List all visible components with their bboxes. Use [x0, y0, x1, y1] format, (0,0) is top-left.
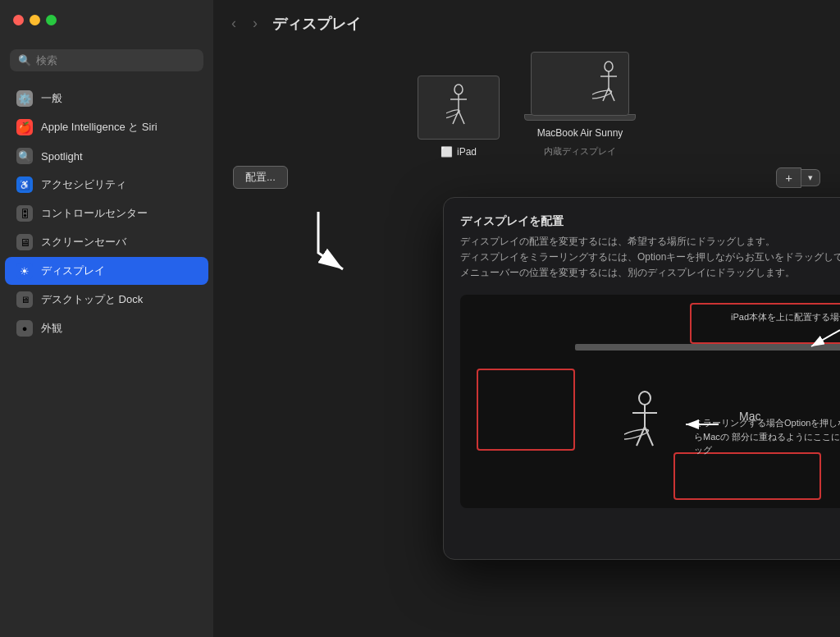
tooltip-body: ディスプレイの配置を変更するには、希望する場所にドラッグします。 ディスプレイを… — [460, 234, 840, 282]
display-canvas: Mac iPad 現在のiPadの配置：左 iPad本体を上に配置する場合ここに… — [460, 295, 840, 508]
add-display-chevron[interactable]: ▾ — [801, 169, 820, 186]
tooltip-body-line2: ディスプレイをミラーリングするには、Optionキーを押しながらお互いをドラッグ… — [460, 251, 840, 263]
add-button-group: + ▾ — [776, 167, 820, 188]
svg-point-6 — [605, 62, 613, 71]
sidebar-label-screensaver: スクリーンセーバ — [41, 235, 126, 250]
svg-point-18 — [624, 427, 649, 441]
sidebar-label-spotlight: Spotlight — [41, 150, 83, 163]
macbook-display-item: MacBook Air Sunny 内蔵ディスプレイ — [524, 52, 636, 158]
svg-line-4 — [459, 111, 464, 124]
bottom-drop-zone — [673, 452, 821, 500]
ipad-preview — [418, 76, 500, 140]
macbook-display-label: MacBook Air Sunny — [537, 127, 623, 139]
macbook-preview — [531, 52, 629, 116]
sidebar-label-appearance: 外観 — [41, 321, 62, 336]
minimize-button[interactable] — [30, 15, 40, 25]
desktop-dock-icon: 🖥 — [16, 291, 33, 308]
sidebar-item-accessibility[interactable]: ♿ アクセシビリティ — [5, 171, 208, 199]
mirror-arrow — [678, 416, 723, 436]
sidebar-label-general: 一般 — [41, 91, 62, 106]
sidebar-item-apple-intelligence[interactable]: 🍎 Apple Intelligence と Siri — [5, 113, 208, 141]
macbook-surfer-illustration — [592, 60, 625, 113]
apple-intelligence-icon: 🍎 — [16, 119, 33, 135]
search-box[interactable]: 🔍 — [10, 49, 203, 71]
display-preview-area: ⬜ iPad MacBook Air Sun — [213, 44, 840, 158]
page-title: ディスプレイ — [272, 14, 361, 34]
forward-button[interactable]: › — [248, 13, 262, 34]
appearance-icon: ● — [16, 320, 33, 337]
left-drop-zone — [477, 369, 575, 451]
control-center-icon: 🎛 — [16, 205, 33, 222]
svg-point-11 — [592, 89, 612, 100]
screensaver-icon: 🖥 — [16, 234, 33, 250]
sidebar-label-apple-intelligence: Apple Intelligence と Siri — [41, 120, 158, 135]
canvas-surfer — [624, 390, 665, 459]
sidebar-item-desktop-dock[interactable]: 🖥 デスクトップと Dock — [5, 286, 208, 314]
back-button[interactable]: ‹ — [226, 13, 241, 34]
svg-point-0 — [454, 85, 463, 94]
done-button-wrapper: 完了 — [460, 508, 840, 543]
sidebar-label-accessibility: アクセシビリティ — [41, 177, 126, 192]
tooltip-body-line3: メニューバーの位置を変更するには、別のディスプレイにドラッグします。 — [460, 267, 795, 278]
svg-point-13 — [639, 392, 651, 405]
arrange-arrow — [302, 204, 368, 281]
sidebar-item-displays[interactable]: ☀ ディスプレイ — [5, 257, 208, 285]
sidebar-item-appearance[interactable]: ● 外観 — [5, 314, 208, 342]
tooltip-title: ディスプレイを配置 — [460, 214, 840, 229]
arrange-button[interactable]: 配置... — [233, 166, 288, 189]
sidebar-label-displays: ディスプレイ — [41, 264, 105, 278]
macbook-wrapper — [524, 52, 636, 121]
ipad-label-row: ⬜ iPad — [441, 146, 477, 158]
spotlight-icon: 🔍 — [16, 148, 33, 164]
general-icon: ⚙️ — [16, 90, 33, 107]
ipad-monitor-icon: ⬜ — [441, 146, 453, 158]
toolbar-row: 配置... + ▾ — [213, 158, 840, 197]
add-display-button[interactable]: + — [776, 167, 801, 188]
displays-icon: ☀ — [16, 263, 33, 279]
close-button[interactable] — [13, 15, 24, 25]
sidebar-label-desktop-dock: デスクトップと Dock — [41, 292, 143, 307]
svg-point-5 — [446, 108, 460, 120]
ipad-surfer-illustration — [446, 83, 471, 132]
tooltip-body-line1: ディスプレイの配置を変更するには、希望する場所にドラッグします。 — [460, 236, 775, 247]
traffic-lights — [13, 15, 57, 25]
ipad-display-label: iPad — [457, 146, 477, 158]
main-content: ‹ › ディスプレイ ⬜ iPad — [213, 0, 840, 637]
macbook-display-sublabel: 内蔵ディスプレイ — [544, 145, 616, 158]
sidebar-item-spotlight[interactable]: 🔍 Spotlight — [5, 142, 208, 170]
sidebar-item-control-center[interactable]: 🎛 コントロールセンター — [5, 199, 208, 227]
header: ‹ › ディスプレイ — [213, 0, 840, 44]
accessibility-icon: ♿ — [16, 176, 33, 193]
top-drag-arrow — [795, 326, 840, 354]
search-input[interactable] — [36, 54, 195, 66]
fullscreen-button[interactable] — [46, 15, 57, 25]
search-icon: 🔍 — [18, 54, 31, 66]
top-drag-label: iPad本体を上に配置する場合ここにドラッグ — [731, 311, 840, 323]
sidebar-label-control-center: コントロールセンター — [41, 206, 148, 221]
sidebar-item-screensaver[interactable]: 🖥 スクリーンセーバ — [5, 228, 208, 256]
sidebar-item-general[interactable]: ⚙️ 一般 — [5, 85, 208, 112]
display-arrangement-popup: ディスプレイを配置 ディスプレイの配置を変更するには、希望する場所にドラッグしま… — [443, 197, 840, 560]
sidebar: 🔍 ⚙️ 一般 🍎 Apple Intelligence と Siri 🔍 Sp… — [0, 0, 213, 637]
ipad-display-item: ⬜ iPad — [418, 76, 500, 158]
